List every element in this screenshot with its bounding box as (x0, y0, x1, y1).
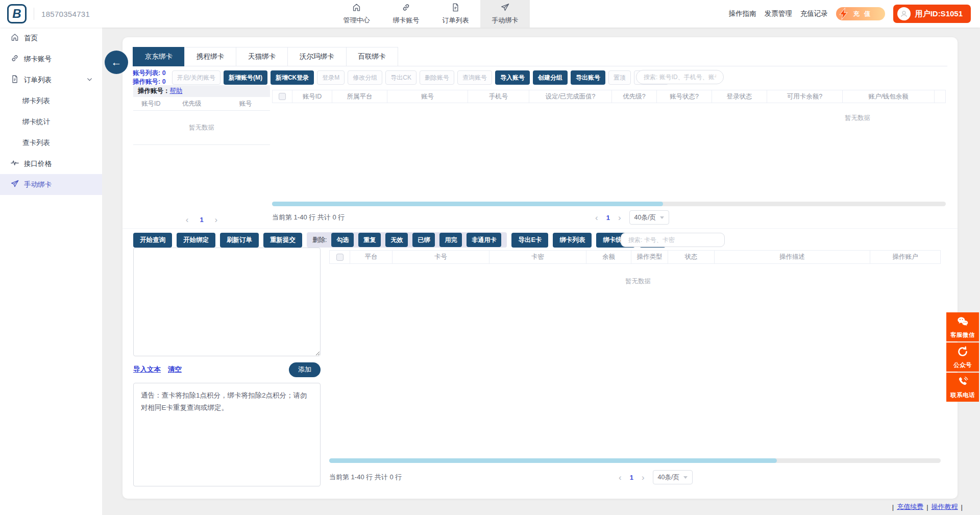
user-id-button[interactable]: 用户ID:S1051 (893, 5, 971, 23)
nav-label: 绑卡账号 (393, 16, 420, 25)
card-input-textarea[interactable] (133, 248, 321, 356)
row-summary: 当前第 1-40 行 共计 0 行 (272, 213, 345, 222)
refresh-order-button[interactable]: 刷新订单 (220, 233, 259, 248)
col-wallet-balance: 账户/钱包余额 (843, 90, 935, 103)
sidebar-item-bind-list[interactable]: 绑卡列表 (0, 90, 102, 111)
wechat-icon (957, 315, 969, 330)
sidebar-item-home[interactable]: 首页 (0, 28, 102, 48)
account-table-pagination: 当前第 1-40 行 共计 0 行 ‹ 1 › 40条/页 (272, 209, 946, 226)
query-account-button[interactable]: 查询账号 (457, 70, 492, 85)
card-toolbar: 开始查询 开始绑定 刷新订单 重新提交 删除: 勾选 重复 无效 已绑 用完 非… (133, 232, 666, 248)
delete-invalid-button[interactable]: 无效 (385, 233, 408, 247)
footer-links: | 充值续费 | 操作教程 | (892, 502, 963, 511)
next-page-icon[interactable]: › (618, 213, 621, 222)
toggle-account-button[interactable]: 开启/关闭账号 (172, 70, 220, 85)
import-account-button[interactable]: 导入账号 (495, 70, 530, 85)
export-ck-button[interactable]: 导出CK (385, 70, 416, 85)
wechat-service-button[interactable]: 客服微信 (946, 312, 979, 341)
recharge-renew-link[interactable]: 充值续费 (897, 502, 923, 511)
col-login-status: 登录状态 (712, 90, 767, 103)
next-page-icon[interactable]: › (215, 215, 218, 224)
card-search-input[interactable] (621, 233, 725, 247)
recharge-button[interactable]: 充 值 (836, 7, 885, 20)
float-label: 客服微信 (950, 331, 975, 339)
recharge-label: 充 值 (853, 10, 872, 18)
export-account-button[interactable]: 导出账号 (571, 70, 605, 85)
tab-walmart-bind[interactable]: 沃尔玛绑卡 (287, 47, 347, 66)
nav-item-bind-accounts[interactable]: 绑卡账号 (381, 0, 431, 28)
sidebar-item-manual-bind[interactable]: 手动绑卡 (0, 174, 102, 195)
import-row: 导入文本 清空 添加 (133, 362, 321, 377)
sidebar: 首页 绑卡账号 订单列表 绑卡列表 绑卡统计 查卡列表 接口价格 手动绑卡 (0, 28, 102, 515)
recharge-history-link[interactable]: 充值记录 (800, 9, 828, 18)
add-account-button[interactable]: 新增账号(M) (224, 70, 267, 85)
delete-duplicate-button[interactable]: 重复 (358, 233, 381, 247)
delete-bound-button[interactable]: 已绑 (412, 233, 435, 247)
tutorial-link[interactable]: 操作教程 (932, 502, 958, 511)
delete-used-button[interactable]: 用完 (439, 233, 462, 247)
delete-account-button[interactable]: 删除账号 (420, 70, 454, 85)
modify-group-button[interactable]: 修改分组 (348, 70, 382, 85)
page-size-select[interactable]: 40条/页 (629, 210, 669, 225)
tab-ctrip-bind[interactable]: 携程绑卡 (184, 47, 236, 66)
prev-page-icon[interactable]: ‹ (619, 473, 622, 482)
account-stats: 账号列表: 0 操作账号: 0 (133, 69, 166, 86)
pin-top-button[interactable]: 置顶 (608, 70, 631, 85)
tab-tmall-bind[interactable]: 天猫绑卡 (236, 47, 288, 66)
nav-item-manual-bind[interactable]: 手动绑卡 (480, 0, 530, 28)
sidebar-item-order-list[interactable]: 订单列表 (0, 69, 102, 90)
arrow-left-icon: ← (111, 56, 122, 68)
next-page-icon[interactable]: › (642, 473, 645, 482)
page-number[interactable]: 1 (606, 214, 610, 222)
platform-tabs: 京东绑卡 携程绑卡 天猫绑卡 沃尔玛绑卡 百联绑卡 (133, 47, 398, 66)
create-group-button[interactable]: 创建分组 (533, 70, 568, 85)
login-m-button[interactable]: 登录M (317, 70, 345, 85)
select-all-checkbox[interactable] (336, 254, 344, 261)
export-ecard-button[interactable]: 导出E卡 (511, 233, 548, 248)
tab-bailian-bind[interactable]: 百联绑卡 (346, 47, 398, 66)
sidebar-item-api-price[interactable]: 接口价格 (0, 153, 102, 174)
import-text-link[interactable]: 导入文本 (133, 365, 161, 374)
tab-jd-bind[interactable]: 京东绑卡 (133, 47, 185, 66)
user-id-label: 用户ID:S1051 (915, 9, 963, 19)
invoice-link[interactable]: 发票管理 (765, 9, 792, 18)
add-ck-login-button[interactable]: 新增CK登录 (271, 70, 314, 85)
page-number[interactable]: 1 (200, 216, 203, 224)
collapse-panel-button[interactable]: ← (105, 51, 128, 74)
nav-item-management-center[interactable]: 管理中心 (332, 0, 381, 28)
scrollbar-thumb[interactable] (272, 202, 663, 206)
nav-item-order-list[interactable]: 订单列表 (431, 0, 480, 28)
sidebar-item-bind-stats[interactable]: 绑卡统计 (0, 111, 102, 132)
page-size-select[interactable]: 40条/页 (653, 470, 693, 484)
account-search-input[interactable] (636, 70, 724, 84)
help-link[interactable]: 帮助 (170, 87, 183, 95)
contact-phone-button[interactable]: 联系电话 (946, 373, 979, 402)
main-nav: 管理中心 绑卡账号 订单列表 手动绑卡 (332, 0, 530, 28)
sidebar-item-label: 查卡列表 (22, 138, 50, 148)
prev-page-icon[interactable]: ‹ (186, 215, 189, 224)
start-query-button[interactable]: 开始查询 (133, 233, 172, 248)
select-all-checkbox[interactable] (279, 93, 286, 100)
prev-page-icon[interactable]: ‹ (595, 213, 598, 222)
bind-list-button[interactable]: 绑卡列表 (553, 233, 592, 248)
section-divider (122, 228, 958, 229)
delete-nongeneric-button[interactable]: 非通用卡 (467, 233, 501, 247)
official-account-button[interactable]: 公众号 (946, 342, 979, 372)
delete-group: 删除: 勾选 重复 无效 已绑 用完 非通用卡 (307, 232, 507, 248)
send-icon (10, 179, 24, 190)
page-number[interactable]: 1 (630, 474, 633, 481)
add-button[interactable]: 添加 (289, 362, 321, 377)
document-icon (451, 3, 460, 14)
scrollbar-thumb[interactable] (329, 458, 777, 463)
sidebar-item-card-query-list[interactable]: 查卡列表 (0, 132, 102, 153)
col-platform: 平台 (350, 251, 393, 263)
delete-checked-button[interactable]: 勾选 (331, 233, 354, 247)
operate-account-label: 操作账号： (138, 87, 170, 95)
sidebar-item-bind-accounts[interactable]: 绑卡账号 (0, 48, 102, 69)
account-phone: 18570354731 (41, 10, 90, 18)
clear-link[interactable]: 清空 (168, 365, 182, 374)
resubmit-button[interactable]: 重新提交 (263, 233, 302, 248)
guide-link[interactable]: 操作指南 (729, 9, 756, 18)
card-table-pagination: 当前第 1-40 行 共计 0 行 ‹ 1 › 40条/页 (329, 469, 941, 486)
start-bind-button[interactable]: 开始绑定 (177, 233, 215, 248)
